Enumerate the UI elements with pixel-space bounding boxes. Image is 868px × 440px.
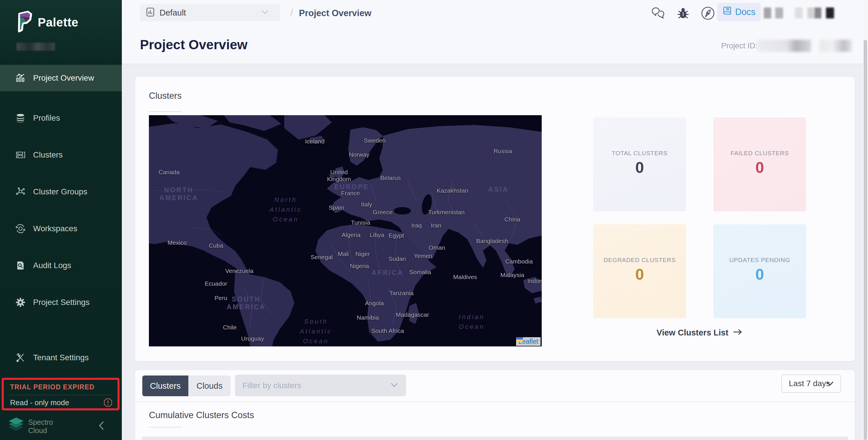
divider bbox=[122, 64, 868, 64]
date-range-value: Last 7 days bbox=[789, 379, 830, 388]
brand-logo: Palette bbox=[17, 10, 78, 35]
orbit-icon bbox=[15, 223, 26, 234]
sidebar-item-label: Workspaces bbox=[33, 224, 78, 233]
sidebar-item-label: Clusters bbox=[33, 150, 63, 160]
docs-button[interactable]: Docs bbox=[717, 3, 761, 21]
project-chart-icon bbox=[146, 7, 154, 18]
ukraine-flag-icon bbox=[516, 337, 523, 342]
date-range-select[interactable]: Last 7 days bbox=[781, 374, 841, 393]
stat-total-clusters: TOTAL CLUSTERS 0 bbox=[593, 118, 686, 211]
compass-icon[interactable] bbox=[701, 6, 715, 21]
redacted-block bbox=[814, 7, 822, 19]
sidebar-item-audit-logs[interactable]: Audit Logs bbox=[0, 252, 122, 279]
clusters-card: Clusters bbox=[135, 77, 855, 361]
tab-clouds[interactable]: Clouds bbox=[188, 376, 231, 396]
document-search-icon bbox=[15, 260, 26, 271]
bug-icon[interactable] bbox=[676, 6, 690, 21]
sidebar-collapse-button[interactable] bbox=[95, 419, 108, 432]
trial-expired-title: TRIAL PERIOD EXPIRED bbox=[10, 383, 94, 391]
sidebar: Palette Project Overview Profiles bbox=[0, 0, 122, 440]
redacted-block bbox=[826, 7, 834, 19]
analytics-icon bbox=[15, 72, 26, 84]
stat-label: TOTAL CLUSTERS bbox=[593, 150, 686, 157]
redacted-block bbox=[775, 7, 783, 19]
chevron-down-icon bbox=[261, 10, 269, 15]
stat-degraded-clusters: DEGRADED CLUSTERS 0 bbox=[593, 224, 686, 318]
stat-updates-pending: UPDATES PENDING 0 bbox=[713, 224, 806, 318]
layers-icon bbox=[15, 113, 26, 124]
sidebar-item-cluster-groups[interactable]: Cluster Groups bbox=[0, 179, 122, 205]
sidebar-item-label: Project Settings bbox=[33, 298, 90, 307]
chevron-down-icon bbox=[391, 383, 398, 388]
filter-placeholder: Filter by clusters bbox=[243, 381, 301, 390]
tools-icon bbox=[15, 352, 26, 363]
read-only-mode-label: Read - only mode bbox=[10, 398, 69, 407]
docs-label: Docs bbox=[735, 7, 756, 17]
stat-label: DEGRADED CLUSTERS bbox=[593, 257, 686, 263]
sidebar-item-tenant-settings[interactable]: Tenant Settings bbox=[0, 344, 122, 371]
leaflet-attribution[interactable]: Leaflet bbox=[516, 337, 540, 346]
breadcrumb-separator: / bbox=[290, 7, 293, 18]
alert-octagon-icon[interactable] bbox=[104, 398, 112, 407]
stat-failed-clusters: FAILED CLUSTERS 0 bbox=[713, 118, 806, 211]
scrollbar-thumb[interactable] bbox=[864, 40, 867, 440]
stat-value: 0 bbox=[593, 158, 686, 176]
redacted-project-id bbox=[819, 40, 852, 52]
stat-value: 0 bbox=[713, 158, 806, 176]
project-selector[interactable]: Default bbox=[140, 4, 280, 21]
sidebar-item-project-settings[interactable]: Project Settings bbox=[0, 289, 122, 316]
costs-section-title: Cumulative Clusters Costs bbox=[149, 410, 254, 420]
world-map[interactable]: IcelandSwedenNorwayRussiaCanadaUnited Ki… bbox=[149, 115, 542, 346]
page-title: Project Overview bbox=[140, 37, 247, 53]
spectro-cloud-logo-icon bbox=[7, 417, 25, 435]
clusters-card-title: Clusters bbox=[149, 91, 182, 101]
network-icon bbox=[15, 186, 26, 197]
view-clusters-list-link[interactable]: View Clusters List bbox=[593, 328, 806, 338]
stat-value: 0 bbox=[713, 265, 806, 283]
filter-by-clusters-select[interactable]: Filter by clusters bbox=[235, 375, 406, 396]
sidebar-item-label: Cluster Groups bbox=[33, 187, 87, 196]
sidebar-item-label: Tenant Settings bbox=[33, 353, 89, 362]
title-underline bbox=[149, 427, 181, 428]
tab-clusters[interactable]: Clusters bbox=[142, 376, 188, 396]
sidebar-item-profiles[interactable]: Profiles bbox=[0, 105, 122, 131]
stat-label: FAILED CLUSTERS bbox=[713, 150, 806, 157]
chat-icon[interactable] bbox=[651, 6, 665, 21]
redacted-tenant-name bbox=[17, 42, 55, 51]
redacted-block bbox=[795, 7, 803, 19]
palette-app: Palette Project Overview Profiles bbox=[0, 0, 868, 440]
brand-name: Palette bbox=[38, 15, 78, 29]
arrow-right-icon bbox=[733, 328, 743, 338]
stat-label: UPDATES PENDING bbox=[713, 257, 806, 263]
header: Default / Project Overview bbox=[122, 0, 868, 64]
chart-area-edge bbox=[142, 437, 848, 440]
palette-logo-icon bbox=[17, 10, 33, 35]
costs-card: Clusters Clouds Filter by clusters Last … bbox=[135, 370, 855, 440]
map-landmass bbox=[149, 115, 542, 346]
sidebar-item-label: Profiles bbox=[33, 114, 60, 123]
sidebar-item-clusters[interactable]: Clusters bbox=[0, 142, 122, 168]
spectro-cloud-wordmark: Spectro Cloud bbox=[28, 418, 53, 435]
breadcrumb: Project Overview bbox=[299, 8, 372, 19]
chevron-down-icon bbox=[826, 381, 834, 386]
project-selector-value: Default bbox=[159, 8, 186, 18]
gear-icon bbox=[15, 297, 26, 308]
project-id-label: Project ID: bbox=[721, 41, 757, 51]
stat-value: 0 bbox=[593, 265, 686, 283]
redacted-project-id bbox=[757, 40, 811, 52]
sidebar-footer: Spectro Cloud bbox=[0, 416, 122, 440]
sidebar-item-project-overview[interactable]: Project Overview bbox=[0, 65, 122, 91]
redacted-block bbox=[764, 7, 771, 19]
redacted-block bbox=[808, 7, 814, 19]
sidebar-item-label: Project Overview bbox=[33, 73, 94, 83]
divider bbox=[8, 395, 113, 395]
sidebar-item-workspaces[interactable]: Workspaces bbox=[0, 215, 122, 242]
trial-expired-banner: TRIAL PERIOD EXPIRED Read - only mode bbox=[2, 378, 120, 410]
book-icon bbox=[722, 6, 732, 18]
servers-icon bbox=[15, 150, 26, 160]
divider bbox=[135, 401, 855, 402]
title-underline bbox=[149, 111, 181, 112]
sidebar-item-label: Audit Logs bbox=[33, 261, 71, 270]
